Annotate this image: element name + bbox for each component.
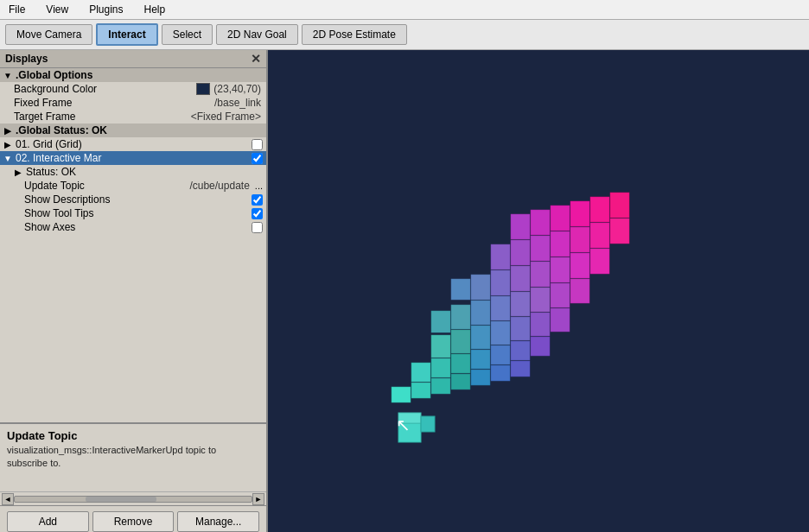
displays-title: Displays [5,53,48,65]
svg-rect-20 [551,308,570,332]
im-status-expand[interactable]: ▶ [12,166,24,178]
hscroll-left-arrow[interactable]: ◄ [2,493,14,505]
background-color-row[interactable]: Background Color (23,40,70) [0,82,266,96]
global-status-label: .Global Status: OK [14,124,264,136]
svg-rect-52 [421,416,435,432]
menu-help[interactable]: Help [139,2,171,17]
show-descriptions-row[interactable]: Show Descriptions [0,193,266,206]
im-status-label: Status: OK [24,166,264,178]
show-axes-checkbox[interactable] [252,222,263,233]
svg-rect-5 [491,365,510,381]
move-camera-button[interactable]: Move Camera [5,24,92,45]
manage-button[interactable]: Manage... [177,511,259,532]
svg-rect-35 [491,244,510,269]
grid-label: 01. Grid (Grid) [14,138,250,150]
background-color-value: (23,40,70) [213,83,264,95]
hscroll-area[interactable]: ◄ ► [0,491,266,505]
hscroll-track[interactable] [14,496,252,503]
status-text: visualization_msgs::InteractiveMarkerUpd… [7,444,259,471]
2d-pose-estimate-button[interactable]: 2D Pose Estimate [302,24,407,45]
svg-rect-44 [551,206,570,231]
menu-bar: File View Plugins Help [0,0,809,20]
target-frame-row[interactable]: Target Frame <Fixed Frame> [0,110,266,124]
show-axes-row[interactable]: Show Axes [0,220,266,234]
interactive-marker-checkbox[interactable] [252,153,263,164]
show-tool-tips-checkbox[interactable] [252,208,263,219]
show-tool-tips-label: Show Tool Tips [22,207,250,219]
menu-view[interactable]: View [41,2,73,17]
2d-nav-goal-button[interactable]: 2D Nav Goal [216,24,298,45]
show-tool-tips-row[interactable]: Show Tool Tips [0,206,266,220]
global-options-expand[interactable]: ▼ [2,69,14,81]
svg-rect-18 [511,317,530,340]
svg-rect-45 [570,201,589,226]
target-frame-value: <Fixed Frame> [191,111,264,123]
left-panel: Displays ✕ ▼ .Global Options Background … [0,50,268,532]
fixed-frame-label: Fixed Frame [12,97,214,109]
svg-rect-37 [531,236,550,261]
select-button[interactable]: Select [162,24,213,45]
svg-rect-6 [511,361,530,377]
interactive-marker-row[interactable]: ▼ 02. Interactive Mar [0,151,266,165]
background-color-swatch[interactable] [196,83,210,95]
svg-rect-34 [590,249,609,274]
hscroll-thumb[interactable] [86,497,156,502]
viewport[interactable]: ↖ [268,50,809,532]
menu-file[interactable]: File [3,2,30,17]
global-status-row[interactable]: ▶ .Global Status: OK [0,124,266,137]
update-topic-row[interactable]: Update Topic /cube/update ... [0,179,266,193]
im-status-row[interactable]: ▶ Status: OK [0,165,266,179]
grid-expand[interactable]: ▶ [2,138,14,150]
remove-button[interactable]: Remove [92,511,175,532]
interactive-marker-expand[interactable]: ▼ [2,152,14,164]
interact-button[interactable]: Interact [96,23,157,46]
svg-rect-1 [411,383,430,398]
svg-rect-28 [471,275,490,300]
background-color-label: Background Color [12,83,196,95]
svg-rect-23 [491,296,510,320]
svg-rect-21 [451,305,470,329]
interactive-marker-label: 02. Interactive Mar [14,152,250,164]
svg-rect-36 [511,240,530,265]
tree-area: ▼ .Global Options Background Color (23,4… [0,68,266,422]
global-status-expand[interactable]: ▶ [2,124,14,136]
svg-rect-48 [451,279,470,300]
menu-plugins[interactable]: Plugins [84,2,128,17]
3d-visualization [268,50,809,532]
svg-rect-11 [491,345,510,364]
svg-rect-40 [590,223,609,248]
svg-rect-15 [451,330,470,353]
svg-rect-32 [551,257,570,282]
svg-rect-38 [551,231,570,256]
cursor-icon: ↖ [396,415,411,435]
target-frame-label: Target Frame [12,111,191,123]
svg-rect-4 [471,370,490,385]
update-topic-value: /cube/update [189,180,252,192]
svg-rect-14 [431,335,450,358]
svg-rect-22 [471,301,490,325]
svg-rect-19 [531,313,550,336]
svg-rect-24 [511,292,530,316]
svg-rect-46 [590,197,609,222]
status-title: Update Topic [7,429,259,442]
svg-rect-26 [551,283,570,307]
grid-row[interactable]: ▶ 01. Grid (Grid) [0,137,266,151]
global-options-row[interactable]: ▼ .Global Options [0,68,266,82]
svg-rect-2 [431,378,450,394]
displays-close-button[interactable]: ✕ [251,52,261,66]
svg-rect-33 [570,253,589,278]
hscroll-right-arrow[interactable]: ► [252,493,264,505]
update-topic-browse[interactable]: ... [253,180,264,191]
svg-rect-0 [392,387,411,402]
toolbar: Move Camera Interact Select 2D Nav Goal … [0,20,809,50]
fixed-frame-row[interactable]: Fixed Frame /base_link [0,96,266,110]
svg-rect-8 [431,358,450,377]
add-button[interactable]: Add [7,511,89,532]
svg-rect-27 [570,279,589,303]
viz-container: ↖ [268,50,809,532]
grid-checkbox[interactable] [252,139,263,150]
show-descriptions-checkbox[interactable] [252,194,263,206]
svg-rect-39 [570,227,589,252]
global-options-label: .Global Options [14,69,264,81]
show-descriptions-label: Show Descriptions [22,193,250,206]
